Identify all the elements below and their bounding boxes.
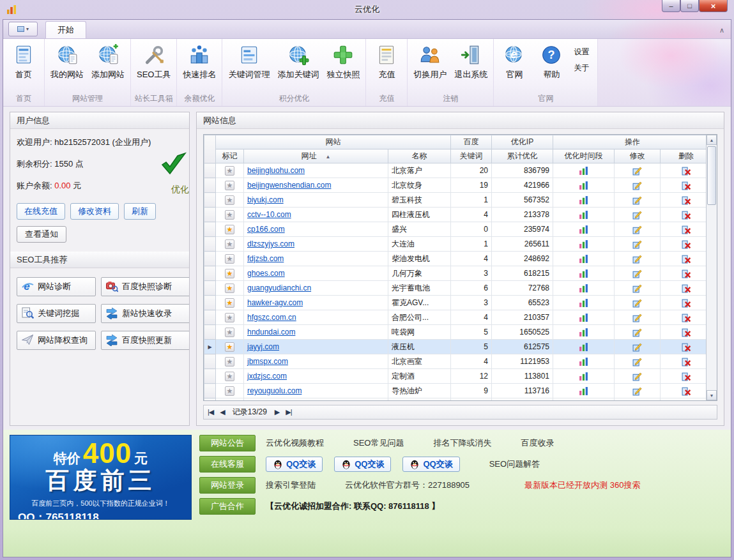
table-row[interactable]: ★hndundai.com吨袋网51650525 — [204, 325, 707, 340]
delete-icon[interactable] — [682, 386, 691, 395]
star-icon[interactable]: ★ — [225, 313, 234, 322]
bottom-link[interactable]: 百度收录 — [521, 437, 554, 449]
table-row[interactable]: ★ghoes.com几何万象3618215 — [204, 266, 707, 281]
pagination-prev-button[interactable]: ◀ — [220, 408, 224, 416]
seo-tool-button[interactable]: 新站快速收录 — [101, 304, 190, 323]
delete-icon[interactable] — [682, 239, 691, 248]
col-header-url[interactable]: 网址▲ — [244, 149, 388, 163]
site-url-link[interactable]: biyukj.com — [247, 195, 284, 204]
site-url-link[interactable]: jayyj.com — [247, 342, 279, 351]
table-row[interactable]: ★guangyudianchi.cn光宇蓄电池672768 — [204, 281, 707, 296]
edit-icon[interactable] — [632, 209, 642, 218]
col-header-total[interactable]: 累计优化 — [492, 149, 553, 163]
col-header-keywords[interactable]: 关键词 — [451, 149, 492, 163]
header-group-ops[interactable]: 操作 — [553, 135, 707, 149]
tab-start[interactable]: 开始 — [45, 21, 86, 38]
header-group-site[interactable]: 网站 — [216, 135, 451, 149]
chart-icon[interactable] — [579, 224, 588, 233]
delete-icon[interactable] — [682, 283, 691, 292]
app-menu-button[interactable]: ▾ — [8, 22, 38, 36]
collapse-ribbon-icon[interactable]: ∧ — [719, 26, 724, 34]
toolbar-small-button[interactable]: 设置 — [571, 46, 592, 58]
delete-icon[interactable] — [682, 268, 691, 277]
scrollbar-track[interactable] — [707, 145, 717, 390]
table-row[interactable]: ★cctv--10.com四柱液压机4213378 — [204, 208, 707, 222]
edit-icon[interactable] — [632, 312, 642, 321]
star-icon[interactable]: ★ — [225, 342, 234, 352]
table-row[interactable]: ★jxdzjsc.com定制酒12113801 — [204, 369, 707, 384]
bottom-link[interactable]: 排名下降或消失 — [433, 437, 491, 449]
col-header-delete[interactable]: 删除 — [661, 149, 707, 163]
col-header-period[interactable]: 优化时间段 — [553, 149, 615, 163]
scroll-up-icon[interactable]: ▲ — [707, 135, 717, 145]
edit-icon[interactable] — [632, 342, 642, 351]
delete-icon[interactable] — [682, 327, 691, 336]
star-icon[interactable]: ★ — [225, 210, 234, 220]
user-button-2[interactable]: 刷新 — [124, 203, 156, 220]
star-icon[interactable]: ★ — [225, 357, 234, 367]
toolbar-button-website[interactable]: e官网 — [496, 41, 533, 92]
site-url-link[interactable]: hfgszc.com.cn — [247, 313, 296, 322]
toolbar-button-addsite[interactable]: 添加网站 — [88, 41, 128, 92]
delete-icon[interactable] — [682, 312, 691, 321]
star-icon[interactable]: ★ — [225, 225, 234, 234]
seo-tool-button[interactable]: 关键词挖掘 — [17, 304, 96, 323]
bottom-link[interactable]: SEO常见问题 — [353, 437, 404, 449]
toolbar-button-switchuser[interactable]: 切换用户 — [409, 41, 450, 92]
chart-icon[interactable] — [579, 209, 588, 218]
table-row[interactable]: ★beijingwenshendian.com北京纹身19421966 — [204, 178, 707, 193]
bottom-link[interactable]: 搜索引擎登陆 — [266, 480, 316, 491]
chart-icon[interactable] — [579, 298, 588, 306]
chart-icon[interactable] — [579, 254, 588, 262]
site-url-link[interactable]: hndundai.com — [247, 328, 295, 337]
edit-icon[interactable] — [632, 283, 642, 292]
delete-icon[interactable] — [682, 356, 691, 365]
ad-banner[interactable]: 特价400元 百度前三 百度前三页内，500以下指数的正规企业词！ QQ：765… — [10, 435, 192, 520]
chart-icon[interactable] — [579, 195, 588, 204]
table-row[interactable]: ▶★jayyj.com液压机5612575 — [204, 340, 707, 354]
table-row[interactable]: ★fdjzsb.com柴油发电机4248692 — [204, 252, 707, 266]
star-icon[interactable]: ★ — [225, 284, 234, 293]
star-icon[interactable]: ★ — [225, 166, 234, 176]
table-scrollbar[interactable]: ▲ ▼ — [706, 135, 717, 400]
site-url-link[interactable]: ghoes.com — [247, 269, 285, 278]
pagination-first-button[interactable]: |◀ — [208, 408, 213, 416]
toolbar-button-exit[interactable]: 退出系统 — [450, 41, 491, 92]
delete-icon[interactable] — [682, 342, 691, 351]
delete-icon[interactable] — [682, 180, 691, 189]
table-row[interactable]: ★biyukj.com碧玉科技1567352 — [204, 193, 707, 208]
chart-icon[interactable] — [579, 268, 588, 277]
table-row[interactable]: ★hawker-agv.com霍克AGV...365523 — [204, 296, 707, 310]
seo-tool-button[interactable]: e网站诊断 — [17, 277, 96, 296]
seo-tool-button[interactable]: 百度快照诊断 — [101, 277, 190, 296]
delete-icon[interactable] — [682, 209, 691, 218]
edit-icon[interactable] — [632, 224, 642, 233]
star-icon[interactable]: ★ — [225, 328, 234, 337]
toolbar-button-addkeyword[interactable]: 添加关键词 — [273, 41, 323, 92]
toolbar-button-recharge[interactable]: 充值 — [368, 41, 405, 92]
edit-icon[interactable] — [632, 298, 642, 306]
table-row[interactable]: ★cp166.com盛兴0235974 — [204, 222, 707, 237]
site-url-link[interactable]: jbmspx.com — [247, 357, 288, 366]
chart-icon[interactable] — [579, 283, 588, 292]
titlebar[interactable]: 云优化 – □ × — [3, 0, 731, 19]
site-url-link[interactable]: cp166.com — [247, 225, 285, 234]
table-row[interactable]: ★ — [204, 398, 707, 401]
table-row[interactable]: ★hfgszc.com.cn合肥公司...4210357 — [204, 310, 707, 325]
table-row[interactable]: ★reyouguolu.com导热油炉9113716 — [204, 384, 707, 398]
bottom-link[interactable]: SEO问题解答 — [489, 458, 540, 470]
edit-icon[interactable] — [632, 254, 642, 262]
user-button-1[interactable]: 修改资料 — [70, 203, 119, 220]
edit-icon[interactable] — [632, 239, 642, 248]
site-url-link[interactable]: jxdzjsc.com — [247, 372, 287, 381]
toolbar-button-snapshot[interactable]: 独立快照 — [323, 41, 363, 92]
site-url-link[interactable]: beijingluohu.com — [247, 166, 305, 175]
chart-icon[interactable] — [579, 371, 588, 380]
chart-icon[interactable] — [579, 386, 588, 395]
close-button[interactable]: × — [699, 0, 728, 12]
table-row[interactable]: ★jbmspx.com北京画室41121953 — [204, 354, 707, 369]
star-icon[interactable]: ★ — [225, 181, 234, 190]
scroll-down-icon[interactable]: ▼ — [707, 390, 717, 400]
toolbar-button-keywords[interactable]: 关键词管理 — [224, 41, 273, 92]
toolbar-button-help[interactable]: ?帮助 — [533, 41, 570, 92]
